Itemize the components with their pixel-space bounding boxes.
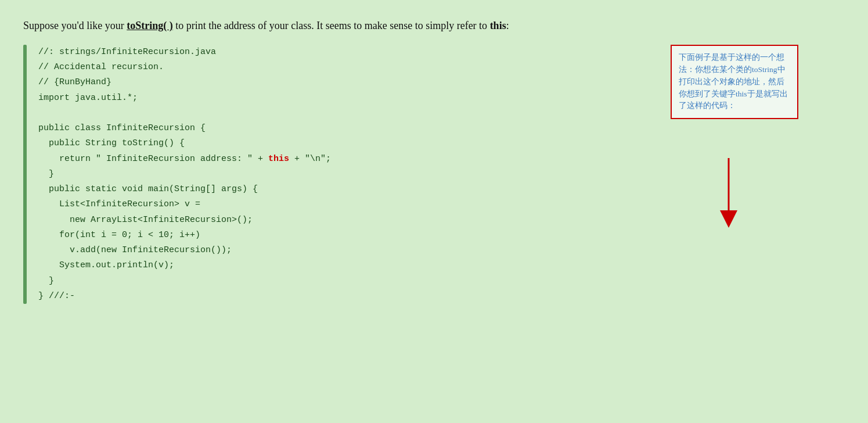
arrow-container xyxy=(711,158,746,228)
code-area: //: strings/InfiniteRecursion.java // Ac… xyxy=(23,45,845,304)
svg-marker-1 xyxy=(720,210,737,228)
this-keyword: this xyxy=(490,20,506,31)
intro-line2: It seems to make sense to simply refer t… xyxy=(316,20,509,31)
arrow-svg xyxy=(711,158,746,228)
this-highlight: this xyxy=(268,154,289,164)
tooltip-box: 下面例子是基于这样的一个想法：你想在某个类的toString中打印出这个对象的地… xyxy=(671,45,798,120)
tostring-link[interactable]: toString( ) xyxy=(127,20,173,31)
page-container: Suppose you'd like your toString( ) to p… xyxy=(23,17,845,304)
intro-line2-suffix: : xyxy=(506,20,509,31)
tooltip-text: 下面例子是基于这样的一个想法：你想在某个类的toString中打印出这个对象的地… xyxy=(679,53,788,110)
intro-suffix: to print the address of your class. xyxy=(173,20,314,31)
intro-line2-prefix: It seems to make sense to simply refer t… xyxy=(316,20,489,31)
intro-paragraph: Suppose you'd like your toString( ) to p… xyxy=(23,17,662,34)
left-bar-decoration xyxy=(23,45,27,304)
intro-prefix: Suppose you'd like your xyxy=(23,20,127,31)
intro-line1: Suppose you'd like your toString( ) to p… xyxy=(23,20,316,31)
